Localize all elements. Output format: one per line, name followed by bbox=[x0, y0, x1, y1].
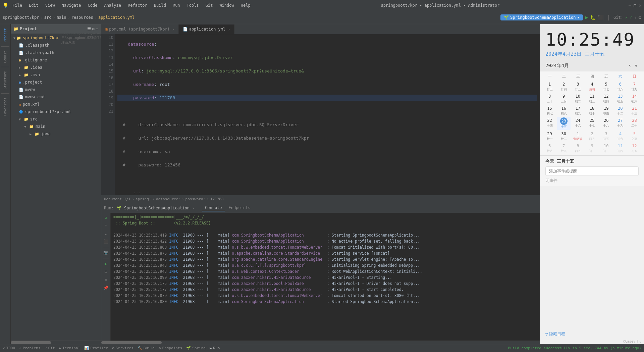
status-services[interactable]: ⚙ Services bbox=[112, 346, 133, 350]
cal-day-12[interactable]: 12初四 bbox=[599, 93, 613, 104]
cal-day-may2[interactable]: 2四月 bbox=[585, 130, 599, 142]
camera-button[interactable]: 📷 bbox=[103, 249, 109, 256]
stop-button[interactable]: ⬛ bbox=[598, 15, 603, 20]
cal-day-3[interactable]: 3廿五 bbox=[571, 81, 585, 92]
run-again-button[interactable]: ▶ bbox=[103, 260, 109, 267]
tree-root[interactable]: ▼ 📁 springboott7kpr C:\Users\22612\Deskt… bbox=[11, 34, 101, 42]
tree-java[interactable]: ▶ 📁 java bbox=[11, 130, 101, 138]
cal-day-29[interactable]: 29廿一 bbox=[543, 130, 556, 142]
close-button[interactable]: ✕ bbox=[639, 3, 641, 8]
tab-pom[interactable]: m pom.xml (springboott7kpr) ✕ bbox=[101, 24, 179, 34]
console-scrollbar[interactable] bbox=[101, 341, 540, 344]
status-spring[interactable]: 🌱 Spring bbox=[186, 346, 206, 350]
filter-button[interactable]: ⊟ bbox=[103, 268, 109, 275]
status-git[interactable]: ⑂ Git bbox=[45, 346, 55, 350]
cal-day-23[interactable]: 23 十五 bbox=[557, 117, 571, 130]
tree-scrollbar[interactable] bbox=[11, 341, 101, 344]
cal-day-14[interactable]: 14初六 bbox=[628, 93, 641, 104]
pin-button[interactable]: 📌 bbox=[103, 285, 109, 291]
restart-button[interactable]: ↺ bbox=[103, 214, 109, 221]
status-run[interactable]: ▶ Run bbox=[210, 346, 220, 350]
settings-button[interactable]: ⚙ bbox=[639, 15, 641, 20]
minimize-button[interactable]: ─ bbox=[629, 3, 631, 8]
hide-schedule-button[interactable]: ▽ 隐藏日程 bbox=[540, 329, 644, 339]
cal-day-may9[interactable]: 9初二 bbox=[585, 142, 599, 154]
cal-day-24[interactable]: 24十六 bbox=[571, 117, 585, 130]
cal-day-8[interactable]: 8三十 bbox=[543, 93, 556, 104]
wrap-button[interactable]: ≡ bbox=[103, 276, 109, 283]
calendar-nav[interactable]: ∧ ∨ bbox=[627, 63, 639, 69]
menu-file[interactable]: File bbox=[11, 2, 23, 8]
run-app-name[interactable]: SpringbootSchemaApplication bbox=[124, 206, 190, 210]
tree-mvn[interactable]: ▶ 📁 .mvn bbox=[11, 71, 101, 79]
cal-day-may3[interactable]: 3初五 bbox=[599, 130, 613, 142]
cal-day-may4[interactable]: 4初六 bbox=[613, 130, 627, 142]
breadcrumb-src[interactable]: src bbox=[44, 15, 52, 20]
cal-day-11[interactable]: 11初三 bbox=[585, 93, 599, 104]
cal-day-17[interactable]: 17初九 bbox=[571, 105, 585, 116]
cal-day-may7[interactable]: 7廿九 bbox=[557, 142, 571, 154]
tree-main[interactable]: ▼ 📁 main bbox=[11, 123, 101, 130]
cal-day-may1[interactable]: 1劳动节 bbox=[571, 130, 585, 142]
menu-help[interactable]: Help bbox=[239, 2, 252, 8]
menu-git[interactable]: Git bbox=[204, 2, 214, 8]
git-push[interactable]: ✓ bbox=[630, 15, 632, 20]
cal-day-21[interactable]: 21十三 bbox=[628, 105, 641, 116]
tab-endpoints[interactable]: Endpoints bbox=[226, 205, 253, 211]
cal-day-may11[interactable]: 11初四 bbox=[613, 142, 627, 154]
tab-yaml[interactable]: 📄 application.yml ✕ bbox=[179, 24, 234, 34]
cal-day-28[interactable]: 28二十 bbox=[628, 117, 641, 130]
menu-refactor[interactable]: Refactor bbox=[126, 2, 149, 8]
menu-build[interactable]: Build bbox=[153, 2, 167, 8]
tree-gitignore[interactable]: ● .gitignore bbox=[11, 56, 101, 64]
tree-src[interactable]: ▼ 📁 src bbox=[11, 115, 101, 123]
console-scrollbar-thumb[interactable] bbox=[101, 341, 162, 344]
panel-icon-2[interactable]: ⚙ bbox=[92, 27, 95, 31]
stop-run-button[interactable]: ⬛ bbox=[103, 238, 109, 245]
tree-pom[interactable]: m pom.xml bbox=[11, 101, 101, 108]
scroll-down-button[interactable]: ↓ bbox=[103, 230, 109, 237]
menu-run[interactable]: Run bbox=[171, 2, 181, 8]
window-controls[interactable]: ─ □ ✕ bbox=[629, 3, 641, 8]
breadcrumb-project[interactable]: springboott7kpr bbox=[3, 15, 39, 20]
status-terminal[interactable]: ▶ Terminal bbox=[59, 346, 80, 350]
git-fetch[interactable]: ↑ bbox=[634, 15, 636, 20]
status-build[interactable]: 🔨 Build bbox=[138, 346, 155, 350]
commit-tool-button[interactable]: Commit bbox=[2, 48, 8, 65]
panel-header-icons[interactable]: ☰ ⚙ — bbox=[87, 27, 98, 31]
tree-idea[interactable]: ▶ 📁 .idea bbox=[11, 64, 101, 71]
editor-code[interactable]: datasource: driverClassName: com.mysql.j… bbox=[115, 34, 540, 195]
tree-mvnw[interactable]: 📄 mvnw bbox=[11, 86, 101, 93]
cal-day-10[interactable]: 10初二 bbox=[571, 93, 585, 104]
tree-factorypath[interactable]: 📄 .factorypath bbox=[11, 49, 101, 56]
cal-day-30[interactable]: 30廿二 bbox=[557, 130, 571, 142]
cal-day-1[interactable]: 1廿三 bbox=[543, 81, 556, 92]
cal-day-may5[interactable]: 5立夏 bbox=[628, 130, 641, 142]
menu-window[interactable]: Window bbox=[218, 2, 235, 8]
cal-day-4[interactable]: 4清明 bbox=[585, 81, 599, 92]
cal-day-13[interactable]: 13初五 bbox=[613, 93, 627, 104]
cal-day-16[interactable]: 16初八 bbox=[557, 105, 571, 116]
scrollbar-thumb[interactable] bbox=[11, 341, 51, 344]
cal-day-15[interactable]: 15初七 bbox=[543, 105, 556, 116]
menu-analyze[interactable]: Analyze bbox=[103, 2, 122, 8]
debug-button[interactable]: 🐛 bbox=[590, 15, 596, 20]
cal-day-20[interactable]: 20十二 bbox=[613, 105, 627, 116]
run-config-selector[interactable]: 🌱 SpringbootSchemaApplication ▾ bbox=[500, 14, 583, 20]
menu-code[interactable]: Code bbox=[87, 2, 99, 8]
breadcrumb-file[interactable]: application.yml bbox=[98, 15, 135, 20]
panel-icon-1[interactable]: ☰ bbox=[87, 27, 91, 31]
menu-navigate[interactable]: Navigate bbox=[60, 2, 83, 8]
cal-day-may8[interactable]: 8四月 bbox=[571, 142, 585, 154]
scroll-up-button[interactable]: ↑ bbox=[103, 222, 109, 229]
menu-tools[interactable]: Tools bbox=[185, 2, 200, 8]
cal-day-6[interactable]: 6廿八 bbox=[613, 81, 627, 92]
cal-day-may10[interactable]: 10初三 bbox=[599, 142, 613, 154]
cal-day-19[interactable]: 19谷雨 bbox=[599, 105, 613, 116]
git-check[interactable]: ✓ bbox=[625, 15, 628, 20]
cal-day-5[interactable]: 5廿七 bbox=[599, 81, 613, 92]
cal-day-27[interactable]: 27十九 bbox=[613, 117, 627, 130]
structure-tool-button[interactable]: Structure bbox=[2, 68, 8, 92]
breadcrumb-resources[interactable]: resources bbox=[71, 15, 93, 20]
status-endpoints[interactable]: ⊙ Endpoints bbox=[159, 346, 182, 350]
